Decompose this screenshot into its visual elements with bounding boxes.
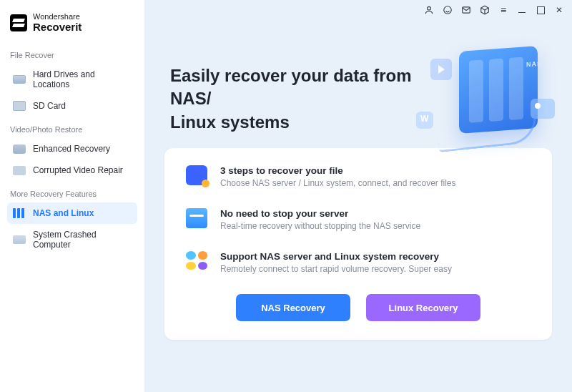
action-row: NAS Recovery Linux Recovery xyxy=(186,294,531,321)
sidebar-item-label: SD Card xyxy=(33,101,66,111)
sidebar-item-sd-card[interactable]: SD Card xyxy=(7,95,137,117)
nas-recovery-button[interactable]: NAS Recovery xyxy=(236,294,350,321)
main-content: Easily recover your data from NAS/ Linux… xyxy=(144,0,572,392)
logo-icon xyxy=(10,14,27,31)
sidebar: Wondershare Recoverit File Recover Hard … xyxy=(0,0,144,392)
feature-row: 3 steps to recover your file Choose NAS … xyxy=(186,165,531,188)
sidebar-item-label: Enhanced Recovery xyxy=(33,144,110,154)
video-repair-icon xyxy=(13,166,26,175)
arrow-swoosh-icon xyxy=(436,114,538,152)
camera-icon xyxy=(13,144,26,154)
hero-illustration: NAS xyxy=(416,33,552,147)
app-logo: Wondershare Recoverit xyxy=(7,10,137,42)
nas-label: NAS xyxy=(526,60,542,69)
document-icon xyxy=(416,112,433,129)
linux-recovery-button[interactable]: Linux Recovery xyxy=(366,294,480,321)
feature-title: Support NAS server and Linux system reco… xyxy=(220,251,452,262)
play-icon xyxy=(430,59,452,80)
product-name: Recoverit xyxy=(33,21,82,33)
sidebar-item-label: Hard Drives and Locations xyxy=(33,69,132,89)
company-name: Wondershare xyxy=(33,13,82,21)
sidebar-item-corrupted-video[interactable]: Corrupted Video Repair xyxy=(7,160,137,181)
hero-title: Easily recover your data from NAS/ Linux… xyxy=(170,64,442,134)
crashed-pc-icon xyxy=(13,235,26,244)
feature-title: 3 steps to recover your file xyxy=(220,165,455,176)
feature-row: Support NAS server and Linux system reco… xyxy=(186,251,531,274)
sidebar-item-label: Corrupted Video Repair xyxy=(33,165,123,175)
grid-dots-icon xyxy=(186,251,207,270)
feature-text: Support NAS server and Linux system reco… xyxy=(220,251,452,274)
sidebar-item-system-crashed[interactable]: System Crashed Computer xyxy=(7,224,137,255)
feature-desc: Real-time recovery without stopping the … xyxy=(220,221,420,231)
steps-icon xyxy=(186,165,207,185)
sidebar-item-enhanced-recovery[interactable]: Enhanced Recovery xyxy=(7,138,137,160)
feature-title: No need to stop your server xyxy=(220,208,420,219)
server-running-icon xyxy=(186,208,207,228)
feature-text: 3 steps to recover your file Choose NAS … xyxy=(220,165,455,188)
feature-card: 3 steps to recover your file Choose NAS … xyxy=(164,148,552,340)
feature-desc: Remotely connect to start rapid volume r… xyxy=(220,264,452,274)
feature-desc: Choose NAS server / Linux system, connec… xyxy=(220,178,455,188)
hero: Easily recover your data from NAS/ Linux… xyxy=(144,0,572,134)
sidebar-item-label: System Crashed Computer xyxy=(33,230,132,250)
sidebar-item-hard-drives[interactable]: Hard Drives and Locations xyxy=(7,64,137,95)
section-video-photo: Video/Photo Restore xyxy=(7,117,137,138)
sdcard-icon xyxy=(13,101,26,111)
feature-row: No need to stop your server Real-time re… xyxy=(186,208,531,231)
feature-text: No need to stop your server Real-time re… xyxy=(220,208,420,231)
section-more-features: More Recovery Features xyxy=(7,181,137,202)
section-file-recover: File Recover xyxy=(7,42,137,64)
hero-title-line2: Linux systems xyxy=(170,112,290,132)
hero-title-line1: Easily recover your data from NAS/ xyxy=(170,66,411,108)
hdd-icon xyxy=(13,75,26,84)
sidebar-item-nas-linux[interactable]: NAS and Linux xyxy=(7,202,137,224)
nas-icon xyxy=(13,208,26,218)
logo-text: Wondershare Recoverit xyxy=(33,13,82,32)
sidebar-item-label: NAS and Linux xyxy=(33,208,94,218)
